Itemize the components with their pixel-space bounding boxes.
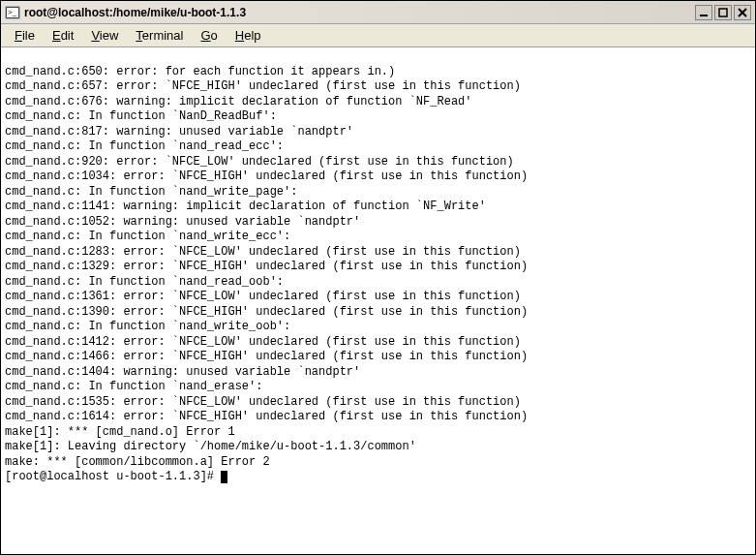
terminal-line: cmd_nand.c:1329: error: `NFCE_HIGH' unde… [5,260,751,275]
terminal-cursor [221,471,227,483]
terminal-line: cmd_nand.c: In function `nand_write_page… [5,185,751,200]
terminal-line: cmd_nand.c:1466: error: `NFCE_HIGH' unde… [5,350,751,365]
svg-rect-4 [719,9,727,16]
prompt-text: [root@localhost u-boot-1.1.3]# [5,470,221,483]
terminal-output[interactable]: cmd_nand.c:650: error: for each function… [1,47,755,554]
menu-edit[interactable]: Edit [45,26,81,45]
minimize-button[interactable] [695,5,712,20]
titlebar: >_ root@localhost:/home/mike/u-boot-1.1.… [1,1,755,24]
window-title: root@localhost:/home/mike/u-boot-1.1.3 [24,6,695,19]
terminal-line: cmd_nand.c: In function `nand_read_oob': [5,275,751,291]
terminal-line: cmd_nand.c:1034: error: `NFCE_HIGH' unde… [5,170,751,185]
terminal-line: cmd_nand.c:1404: warning: unused variabl… [5,365,751,381]
terminal-line: cmd_nand.c:1535: error: `NFCE_LOW' undec… [5,395,751,411]
terminal-line: make[1]: *** [cmd_nand.o] Error 1 [5,425,751,441]
svg-text:>_: >_ [8,8,17,16]
terminal-line: cmd_nand.c:920: error: `NFCE_LOW' undecl… [5,155,751,170]
terminal-line: cmd_nand.c:1141: warning: implicit decla… [5,200,751,215]
terminal-line: cmd_nand.c:1390: error: `NFCE_HIGH' unde… [5,305,751,321]
menu-file[interactable]: File [7,26,43,45]
terminal-line: cmd_nand.c:676: warning: implicit declar… [5,95,751,110]
terminal-line: cmd_nand.c: In function `NanD_ReadBuf': [5,109,751,125]
terminal-line: cmd_nand.c:650: error: for each function… [5,65,751,80]
terminal-line: cmd_nand.c:817: warning: unused variable… [5,125,751,140]
terminal-line: cmd_nand.c: In function `nand_write_ecc'… [5,230,751,245]
terminal-line: cmd_nand.c:1361: error: `NFCE_LOW' undec… [5,290,751,305]
menubar: File Edit View Terminal Go Help [1,24,755,47]
close-button[interactable] [734,5,751,20]
terminal-line: cmd_nand.c:1052: warning: unused variabl… [5,215,751,231]
terminal-line: cmd_nand.c:657: error: `NFCE_HIGH' undec… [5,79,751,95]
terminal-app-icon: >_ [5,5,20,20]
terminal-line: cmd_nand.c:1283: error: `NFCE_LOW' undec… [5,245,751,261]
terminal-line: make: *** [common/libcommon.a] Error 2 [5,455,751,471]
terminal-line: cmd_nand.c: In function `nand_erase': [5,380,751,395]
terminal-line: make[1]: Leaving directory `/home/mike/u… [5,440,751,455]
menu-help[interactable]: Help [227,26,269,45]
menu-view[interactable]: View [83,26,126,45]
menu-go[interactable]: Go [193,26,225,45]
terminal-line: cmd_nand.c: In function `nand_read_ecc': [5,139,751,155]
terminal-line: cmd_nand.c:1614: error: `NFCE_HIGH' unde… [5,410,751,425]
terminal-line: cmd_nand.c: In function `nand_write_oob'… [5,320,751,335]
maximize-button[interactable] [714,5,732,20]
menu-terminal[interactable]: Terminal [128,26,191,45]
window-controls [695,5,751,20]
terminal-line: cmd_nand.c:1412: error: `NFCE_LOW' undec… [5,335,751,351]
terminal-prompt[interactable]: [root@localhost u-boot-1.1.3]# [5,470,751,485]
